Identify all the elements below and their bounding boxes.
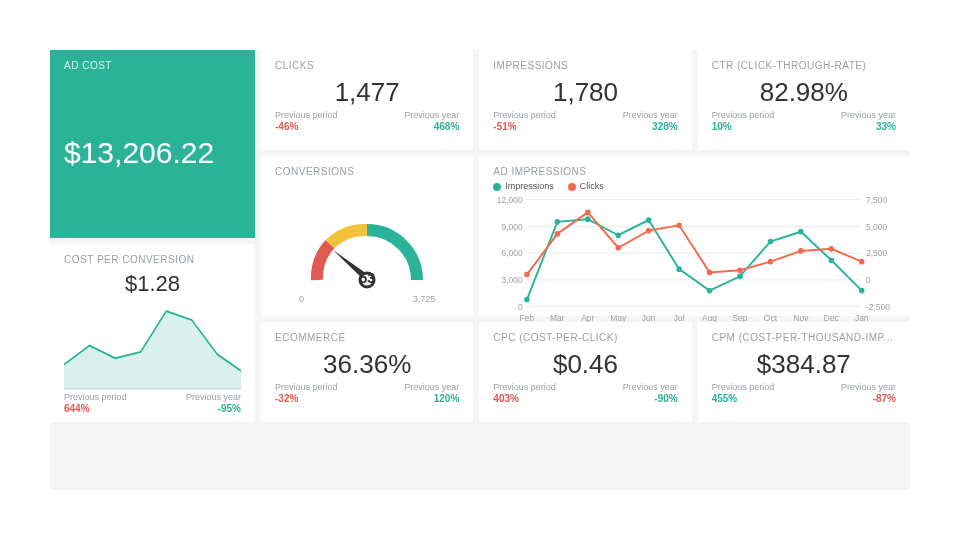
cpc-compare: Previous period 644% Previous year -95% <box>64 392 241 414</box>
conversions-gauge: 53 0 3,725 <box>275 181 459 308</box>
ctr-value: 82.98% <box>712 77 896 108</box>
svg-point-37 <box>707 288 713 294</box>
svg-point-49 <box>707 270 713 276</box>
svg-point-40 <box>798 229 804 235</box>
cpc-title: COST PER CONVERSION <box>64 254 241 265</box>
card-cpm: CPM (COST-PER-THOUSAND-IMP... $384.87 Pr… <box>698 322 910 422</box>
ad-cost-value: $13,206.22 <box>64 136 241 170</box>
svg-text:-2,500: -2,500 <box>866 302 890 312</box>
card-impressions: IMPRESSIONS 1,780 Previous period-51% Pr… <box>479 50 691 150</box>
svg-point-39 <box>768 239 774 245</box>
left-column: AD COST $13,206.22 COST PER CONVERSION $… <box>50 50 255 422</box>
ad-cost-title: AD COST <box>64 60 241 71</box>
svg-point-54 <box>859 259 865 265</box>
svg-point-41 <box>829 257 835 263</box>
svg-text:2,500: 2,500 <box>866 248 887 258</box>
svg-text:3,000: 3,000 <box>502 275 523 285</box>
svg-point-47 <box>646 228 652 234</box>
card-clicks: CLICKS 1,477 Previous period-46% Previou… <box>261 50 473 150</box>
svg-point-44 <box>555 231 561 237</box>
svg-text:9,000: 9,000 <box>502 221 523 231</box>
ad-impressions-linechart: 03,0006,0009,00012,000-2,50002,5005,0007… <box>493 193 896 324</box>
card-ad-cost: AD COST $13,206.22 <box>50 50 255 238</box>
card-ctr: CTR (CLICK-THROUGH-RATE) 82.98% Previous… <box>698 50 910 150</box>
svg-point-42 <box>859 288 865 294</box>
svg-text:0: 0 <box>518 302 523 312</box>
svg-point-36 <box>677 266 683 272</box>
legend-dot-clicks-icon <box>568 183 576 191</box>
cpc-metric-value: $0.46 <box>493 349 677 380</box>
svg-text:6,000: 6,000 <box>502 248 523 258</box>
impressions-value: 1,780 <box>493 77 677 108</box>
svg-point-53 <box>829 246 835 252</box>
cpc-prev-year-delta: -95% <box>218 403 241 414</box>
svg-point-31 <box>524 297 530 303</box>
legend-dot-impressions-icon <box>493 183 501 191</box>
svg-text:12,000: 12,000 <box>497 195 523 205</box>
dashboard: AD COST $13,206.22 COST PER CONVERSION $… <box>50 50 910 490</box>
svg-point-34 <box>616 232 622 238</box>
chart-legend: Impressions Clicks <box>493 181 896 191</box>
cpm-value: $384.87 <box>712 349 896 380</box>
card-ecommerce: ECOMMERCE 36.36% Previous period-32% Pre… <box>261 322 473 422</box>
ecommerce-value: 36.36% <box>275 349 459 380</box>
svg-point-46 <box>616 245 622 251</box>
svg-point-38 <box>738 273 744 279</box>
svg-text:5,000: 5,000 <box>866 221 887 231</box>
svg-point-45 <box>585 210 591 216</box>
svg-point-48 <box>677 222 683 228</box>
card-ad-impressions-chart: AD IMPRESSIONS Impressions Clicks 03,000… <box>479 156 910 316</box>
card-conversions: CONVERSIONS 53 0 3,725 <box>261 156 473 316</box>
card-cpc: CPC (COST-PER-CLICK) $0.46 Previous peri… <box>479 322 691 422</box>
svg-marker-0 <box>64 311 241 390</box>
cpc-sparkline <box>64 301 241 390</box>
svg-text:0: 0 <box>866 275 871 285</box>
svg-point-52 <box>798 248 804 254</box>
svg-point-32 <box>555 219 561 225</box>
svg-point-51 <box>768 259 774 265</box>
svg-point-50 <box>738 267 744 273</box>
clicks-value: 1,477 <box>275 77 459 108</box>
svg-text:7,500: 7,500 <box>866 195 887 205</box>
cpc-value: $1.28 <box>64 271 241 297</box>
svg-point-35 <box>646 217 652 223</box>
card-cost-per-conversion: COST PER CONVERSION $1.28 Previous perio… <box>50 244 255 422</box>
conversions-value: 53 <box>275 270 459 286</box>
svg-point-43 <box>524 272 530 278</box>
svg-point-33 <box>585 216 591 222</box>
cpc-prev-period-delta: 644% <box>64 403 127 414</box>
